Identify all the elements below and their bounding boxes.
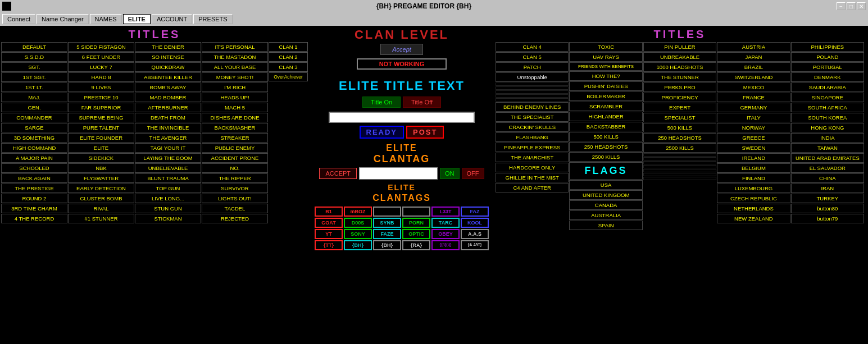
list-item[interactable]: DEFAULT bbox=[1, 42, 67, 52]
list-item[interactable]: DEATH FROM bbox=[135, 113, 201, 122]
list-item[interactable]: 4 THE RECORD bbox=[1, 214, 67, 223]
list-item[interactable]: CZECH REPUBLIC bbox=[717, 194, 790, 203]
list-item[interactable]: BELGIUM bbox=[717, 163, 790, 173]
list-item[interactable]: ABSENTEE KILLER bbox=[135, 72, 201, 82]
list-item[interactable]: UNITED ARAB EMIRATES bbox=[791, 153, 864, 163]
tab-elite[interactable]: ELITE bbox=[123, 14, 151, 24]
list-item[interactable]: PUBLIC ENEMY bbox=[202, 143, 268, 153]
list-item[interactable]: BEHIND ENEMY LINES bbox=[496, 102, 569, 112]
list-item[interactable] bbox=[496, 90, 569, 94]
list-item[interactable]: ITALY bbox=[717, 113, 790, 122]
maximize-button[interactable]: □ bbox=[847, 2, 856, 10]
list-item[interactable]: #1 STUNNER bbox=[68, 214, 134, 223]
list-item[interactable]: LAYING THE BOOM bbox=[135, 153, 201, 163]
list-item[interactable] bbox=[643, 165, 716, 168]
overachiever-button[interactable]: OverAchiever bbox=[269, 72, 308, 81]
clantag-ra[interactable]: {RA} bbox=[402, 240, 430, 250]
list-item[interactable]: THE STUNNER bbox=[643, 72, 716, 82]
list-item[interactable]: AUSTRIA bbox=[717, 42, 790, 52]
list-item[interactable]: 250 HEADSHOTS bbox=[569, 142, 642, 152]
list-item[interactable]: 3RD TIME CHARM bbox=[1, 204, 67, 213]
list-item[interactable]: 3D SOMETHING bbox=[1, 133, 67, 143]
list-item[interactable] bbox=[643, 157, 716, 160]
list-item[interactable]: UAV RAYS bbox=[569, 52, 642, 62]
clan2-button[interactable]: CLAN 2 bbox=[269, 52, 308, 62]
list-item[interactable]: CLAN 4 bbox=[496, 42, 569, 52]
clan-accept-button[interactable]: Accept bbox=[380, 44, 423, 55]
list-item[interactable]: STUN GUN bbox=[135, 204, 201, 213]
list-item[interactable]: 500 KILLS bbox=[643, 123, 716, 132]
title-on-button[interactable]: Title On bbox=[362, 97, 401, 108]
list-item[interactable] bbox=[496, 94, 569, 98]
clantag-accept-button[interactable]: ACCEPT bbox=[319, 168, 357, 179]
clantag-special1[interactable]: {{/\}(\)} bbox=[431, 240, 460, 250]
list-item[interactable]: BOILERMAKER bbox=[569, 91, 642, 101]
list-item[interactable]: PUSHIN' DAISIES bbox=[569, 81, 642, 91]
list-item[interactable]: 1ST LT. bbox=[1, 82, 67, 92]
list-item[interactable]: THE RIPPER bbox=[202, 173, 268, 183]
list-item[interactable]: HOW THE? bbox=[569, 71, 642, 81]
list-item[interactable]: 2500 KILLS bbox=[569, 152, 642, 162]
list-item[interactable]: BACK AGAIN bbox=[1, 173, 67, 183]
list-item[interactable]: AUSTRALIA bbox=[569, 210, 642, 220]
list-item[interactable]: SURVIVOR bbox=[202, 184, 268, 193]
list-item[interactable]: button80 bbox=[791, 204, 864, 213]
tab-name-changer[interactable]: Name Changer bbox=[37, 14, 89, 24]
list-item[interactable]: ALL YOUR BASE bbox=[202, 62, 268, 72]
list-item[interactable]: EARLY DETECTION bbox=[68, 184, 134, 193]
list-item[interactable]: HARD 8 bbox=[68, 72, 134, 82]
list-item[interactable]: FRIENDS WITH BENEFITS bbox=[569, 62, 642, 71]
list-item[interactable]: FINLAND bbox=[717, 173, 790, 183]
list-item[interactable]: GEN. bbox=[1, 103, 67, 112]
list-item[interactable]: PIN PULLER bbox=[643, 42, 716, 52]
clantag-faz[interactable]: FAZ bbox=[461, 207, 489, 217]
list-item[interactable]: NBK bbox=[68, 163, 134, 173]
list-item[interactable]: ELITE bbox=[68, 143, 134, 153]
tab-names[interactable]: NAMES bbox=[90, 14, 122, 24]
list-item[interactable]: REJECTED bbox=[202, 214, 268, 223]
list-item[interactable]: S.S.D.D bbox=[1, 52, 67, 62]
list-item[interactable]: EXPERT bbox=[643, 103, 716, 112]
list-item[interactable] bbox=[643, 169, 716, 172]
list-item[interactable] bbox=[643, 161, 716, 164]
list-item[interactable]: 9 LIVES bbox=[68, 82, 134, 92]
clantag-synb[interactable]: SYNB bbox=[373, 218, 401, 228]
list-item[interactable]: A MAJOR PAIN bbox=[1, 153, 67, 163]
list-item[interactable]: EL SALVADOR bbox=[791, 163, 864, 173]
list-item[interactable]: FLASHBANG bbox=[496, 132, 569, 142]
list-item[interactable] bbox=[643, 153, 716, 157]
clantag-on-button[interactable]: ON bbox=[440, 168, 460, 179]
list-item[interactable]: TAG! YOUR IT bbox=[135, 143, 201, 153]
list-item[interactable]: THE MASTADON bbox=[202, 52, 268, 62]
tab-account[interactable]: ACCOUNT bbox=[152, 14, 192, 24]
list-item[interactable]: 500 KILLS bbox=[569, 132, 642, 141]
list-item[interactable]: STICKMAN bbox=[135, 214, 201, 223]
list-item[interactable]: HARDCORE ONLY bbox=[496, 163, 569, 172]
list-item[interactable]: I'M RICH bbox=[202, 82, 268, 92]
list-item[interactable]: SIDEKICK bbox=[68, 153, 134, 163]
list-item[interactable]: BLUNT TRAUMA bbox=[135, 173, 201, 183]
clantag-porn[interactable]: PORN bbox=[402, 218, 430, 228]
list-item[interactable] bbox=[496, 86, 569, 90]
tab-connect[interactable]: Connect bbox=[2, 14, 35, 24]
list-item[interactable]: TACDEL bbox=[202, 204, 268, 213]
list-item[interactable]: ROUND 2 bbox=[1, 194, 67, 203]
list-item[interactable]: PATCH bbox=[496, 62, 569, 72]
clantag-bh-cyan[interactable]: {BH} bbox=[344, 240, 372, 250]
list-item[interactable]: RIVAL bbox=[68, 204, 134, 213]
list-item[interactable]: UNITED KINGDOM bbox=[569, 190, 642, 200]
list-item[interactable]: PROFICIENCY bbox=[643, 93, 716, 102]
list-item[interactable]: 1000 HEADSHOTS bbox=[643, 62, 716, 72]
list-item[interactable]: SWEDEN bbox=[717, 143, 790, 153]
list-item[interactable]: TOXIC bbox=[569, 42, 642, 52]
list-item[interactable]: NORWAY bbox=[717, 123, 790, 132]
list-item[interactable]: SOUTH KOREA bbox=[791, 113, 864, 122]
list-item[interactable]: AFTERBURNER bbox=[135, 103, 201, 112]
list-item[interactable]: UNBELIEVABLE bbox=[135, 163, 201, 173]
list-item[interactable]: LIVE LONG... bbox=[135, 194, 201, 203]
clantag-mboz[interactable]: mBOZ bbox=[344, 207, 372, 217]
list-item[interactable]: SAUDI ARABIA bbox=[791, 82, 864, 92]
list-item[interactable]: SARGE bbox=[1, 123, 67, 132]
clantag-empty1[interactable] bbox=[373, 207, 401, 217]
list-item[interactable]: MEXICO bbox=[717, 82, 790, 92]
